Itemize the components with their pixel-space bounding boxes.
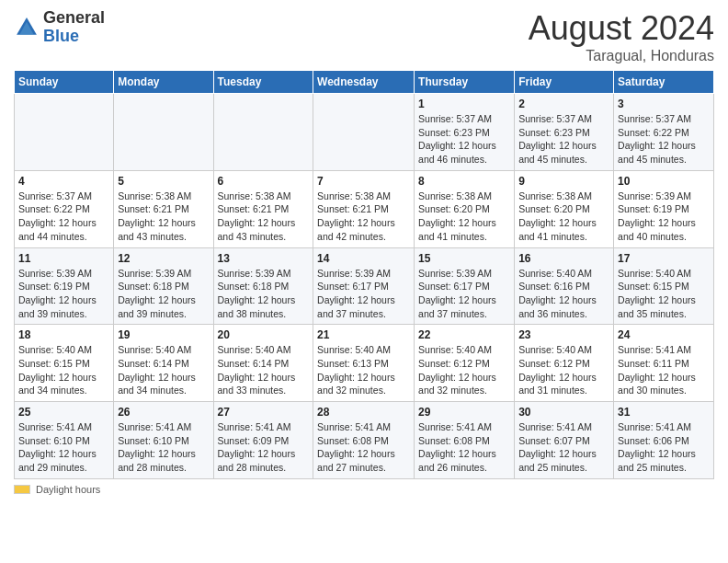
calendar-cell: 14Sunrise: 5:39 AM Sunset: 6:17 PM Dayli… <box>313 247 415 325</box>
calendar-cell: 21Sunrise: 5:40 AM Sunset: 6:13 PM Dayli… <box>313 325 415 402</box>
day-info: Sunrise: 5:39 AM Sunset: 6:19 PM Dayligh… <box>18 267 109 321</box>
day-info: Sunrise: 5:39 AM Sunset: 6:17 PM Dayligh… <box>317 267 410 321</box>
day-number: 15 <box>418 252 510 265</box>
day-number: 2 <box>518 98 609 110</box>
calendar-cell: 26Sunrise: 5:41 AM Sunset: 6:10 PM Dayli… <box>114 402 213 479</box>
calendar-cell: 20Sunrise: 5:40 AM Sunset: 6:14 PM Dayli… <box>213 325 313 402</box>
day-number: 28 <box>317 406 410 419</box>
calendar-cell <box>15 94 114 171</box>
day-number: 14 <box>317 252 410 265</box>
calendar-cell: 2Sunrise: 5:37 AM Sunset: 6:23 PM Daylig… <box>515 94 614 171</box>
calendar-cell: 29Sunrise: 5:41 AM Sunset: 6:08 PM Dayli… <box>415 402 515 479</box>
day-info: Sunrise: 5:40 AM Sunset: 6:12 PM Dayligh… <box>418 343 510 397</box>
day-number: 9 <box>518 175 609 188</box>
day-number: 10 <box>618 175 710 188</box>
day-info: Sunrise: 5:41 AM Sunset: 6:08 PM Dayligh… <box>317 420 410 475</box>
logo-general-text: General <box>43 9 105 28</box>
calendar-cell: 6Sunrise: 5:38 AM Sunset: 6:21 PM Daylig… <box>213 170 313 247</box>
day-info: Sunrise: 5:38 AM Sunset: 6:20 PM Dayligh… <box>518 190 609 244</box>
main-title: August 2024 <box>529 9 714 48</box>
day-info: Sunrise: 5:41 AM Sunset: 6:08 PM Dayligh… <box>418 420 510 475</box>
day-info: Sunrise: 5:39 AM Sunset: 6:18 PM Dayligh… <box>118 267 209 321</box>
daylight-label: Daylight hours <box>36 484 100 495</box>
day-info: Sunrise: 5:40 AM Sunset: 6:12 PM Dayligh… <box>518 343 609 397</box>
day-number: 1 <box>418 98 510 110</box>
day-number: 5 <box>118 175 209 188</box>
page: General Blue August 2024 Taragual, Hondu… <box>0 0 728 563</box>
daylight-bar-icon <box>14 485 30 494</box>
calendar-cell: 9Sunrise: 5:38 AM Sunset: 6:20 PM Daylig… <box>515 170 614 247</box>
calendar-cell <box>213 94 313 171</box>
day-info: Sunrise: 5:41 AM Sunset: 6:07 PM Dayligh… <box>518 420 609 475</box>
footer-note: Daylight hours <box>14 484 714 495</box>
calendar-cell: 12Sunrise: 5:39 AM Sunset: 6:18 PM Dayli… <box>114 247 213 325</box>
sub-title: Taragual, Honduras <box>529 48 714 64</box>
day-info: Sunrise: 5:38 AM Sunset: 6:21 PM Dayligh… <box>118 190 209 244</box>
calendar-week-row: 1Sunrise: 5:37 AM Sunset: 6:23 PM Daylig… <box>15 94 714 171</box>
day-number: 25 <box>18 406 109 419</box>
day-number: 12 <box>118 252 209 265</box>
day-number: 24 <box>618 328 710 341</box>
day-info: Sunrise: 5:40 AM Sunset: 6:16 PM Dayligh… <box>518 267 609 321</box>
title-block: August 2024 Taragual, Honduras <box>529 9 714 64</box>
calendar-week-row: 11Sunrise: 5:39 AM Sunset: 6:19 PM Dayli… <box>15 247 714 325</box>
day-number: 23 <box>518 328 609 341</box>
day-info: Sunrise: 5:37 AM Sunset: 6:22 PM Dayligh… <box>18 190 109 244</box>
calendar-cell: 27Sunrise: 5:41 AM Sunset: 6:09 PM Dayli… <box>213 402 313 479</box>
day-number: 21 <box>317 328 410 341</box>
day-info: Sunrise: 5:41 AM Sunset: 6:06 PM Dayligh… <box>618 420 710 475</box>
calendar-cell: 19Sunrise: 5:40 AM Sunset: 6:14 PM Dayli… <box>114 325 213 402</box>
calendar-header-tuesday: Tuesday <box>213 71 313 94</box>
calendar-header-wednesday: Wednesday <box>313 71 415 94</box>
header: General Blue August 2024 Taragual, Hondu… <box>14 9 714 64</box>
day-info: Sunrise: 5:41 AM Sunset: 6:09 PM Dayligh… <box>218 420 310 475</box>
day-info: Sunrise: 5:38 AM Sunset: 6:21 PM Dayligh… <box>218 190 310 244</box>
calendar-cell: 25Sunrise: 5:41 AM Sunset: 6:10 PM Dayli… <box>15 402 114 479</box>
day-info: Sunrise: 5:41 AM Sunset: 6:10 PM Dayligh… <box>18 420 109 475</box>
calendar-cell: 30Sunrise: 5:41 AM Sunset: 6:07 PM Dayli… <box>515 402 614 479</box>
logo-blue-text: Blue <box>43 28 105 46</box>
day-number: 16 <box>518 252 609 265</box>
day-number: 17 <box>618 252 710 265</box>
calendar-cell: 18Sunrise: 5:40 AM Sunset: 6:15 PM Dayli… <box>15 325 114 402</box>
day-info: Sunrise: 5:38 AM Sunset: 6:21 PM Dayligh… <box>317 190 410 244</box>
day-number: 19 <box>118 328 209 341</box>
calendar-cell: 5Sunrise: 5:38 AM Sunset: 6:21 PM Daylig… <box>114 170 213 247</box>
day-number: 20 <box>218 328 310 341</box>
logo-text: General Blue <box>43 9 105 46</box>
day-info: Sunrise: 5:37 AM Sunset: 6:22 PM Dayligh… <box>618 112 710 167</box>
calendar-cell: 22Sunrise: 5:40 AM Sunset: 6:12 PM Dayli… <box>415 325 515 402</box>
calendar-week-row: 25Sunrise: 5:41 AM Sunset: 6:10 PM Dayli… <box>15 402 714 479</box>
day-number: 4 <box>18 175 109 188</box>
calendar-cell: 24Sunrise: 5:41 AM Sunset: 6:11 PM Dayli… <box>614 325 714 402</box>
calendar-cell <box>114 94 213 171</box>
calendar-cell: 4Sunrise: 5:37 AM Sunset: 6:22 PM Daylig… <box>15 170 114 247</box>
calendar-cell: 31Sunrise: 5:41 AM Sunset: 6:06 PM Dayli… <box>614 402 714 479</box>
calendar-cell: 8Sunrise: 5:38 AM Sunset: 6:20 PM Daylig… <box>415 170 515 247</box>
calendar-cell: 3Sunrise: 5:37 AM Sunset: 6:22 PM Daylig… <box>614 94 714 171</box>
day-info: Sunrise: 5:40 AM Sunset: 6:14 PM Dayligh… <box>218 343 310 397</box>
day-number: 22 <box>418 328 510 341</box>
day-number: 7 <box>317 175 410 188</box>
day-info: Sunrise: 5:41 AM Sunset: 6:11 PM Dayligh… <box>618 343 710 397</box>
day-number: 8 <box>418 175 510 188</box>
calendar-header-row: SundayMondayTuesdayWednesdayThursdayFrid… <box>15 71 714 94</box>
day-number: 27 <box>218 406 310 419</box>
day-number: 13 <box>218 252 310 265</box>
day-info: Sunrise: 5:40 AM Sunset: 6:15 PM Dayligh… <box>618 267 710 321</box>
calendar-cell: 17Sunrise: 5:40 AM Sunset: 6:15 PM Dayli… <box>614 247 714 325</box>
calendar-cell: 13Sunrise: 5:39 AM Sunset: 6:18 PM Dayli… <box>213 247 313 325</box>
calendar-cell: 11Sunrise: 5:39 AM Sunset: 6:19 PM Dayli… <box>15 247 114 325</box>
day-info: Sunrise: 5:37 AM Sunset: 6:23 PM Dayligh… <box>418 112 510 167</box>
calendar-cell: 10Sunrise: 5:39 AM Sunset: 6:19 PM Dayli… <box>614 170 714 247</box>
day-number: 29 <box>418 406 510 419</box>
day-number: 18 <box>18 328 109 341</box>
day-info: Sunrise: 5:39 AM Sunset: 6:18 PM Dayligh… <box>218 267 310 321</box>
calendar-table: SundayMondayTuesdayWednesdayThursdayFrid… <box>14 70 714 479</box>
calendar-header-friday: Friday <box>515 71 614 94</box>
day-number: 6 <box>218 175 310 188</box>
calendar-header-monday: Monday <box>114 71 213 94</box>
day-info: Sunrise: 5:38 AM Sunset: 6:20 PM Dayligh… <box>418 190 510 244</box>
calendar-cell: 7Sunrise: 5:38 AM Sunset: 6:21 PM Daylig… <box>313 170 415 247</box>
day-number: 31 <box>618 406 710 419</box>
